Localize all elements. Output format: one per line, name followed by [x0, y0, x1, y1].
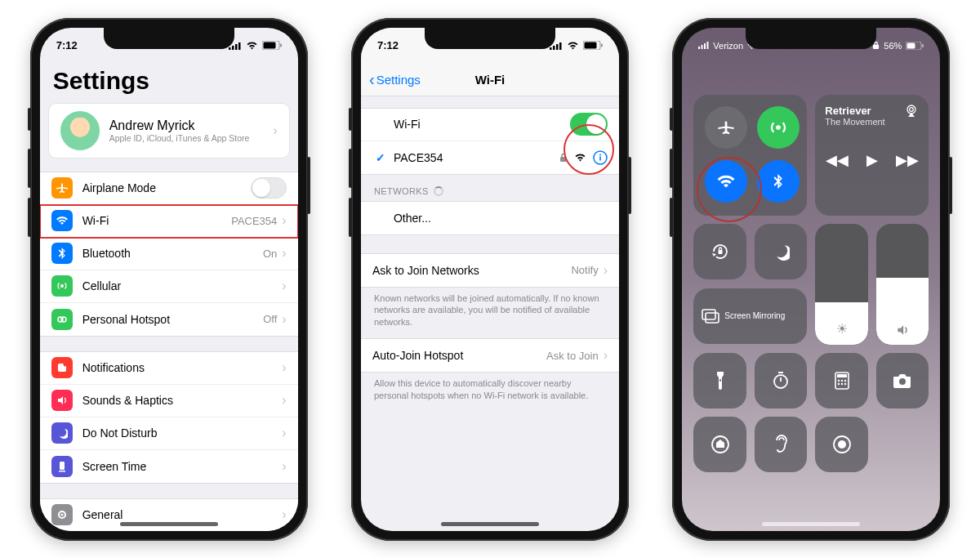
cellular-icon — [51, 275, 73, 297]
row-label: Other... — [394, 212, 608, 225]
row-label: Wi-Fi — [394, 118, 570, 131]
media-title: Retriever — [825, 105, 884, 117]
svg-rect-44 — [706, 313, 719, 323]
status-time: 7:12 — [377, 39, 399, 51]
chevron-icon: › — [282, 426, 286, 440]
chevron-icon: › — [282, 507, 286, 522]
row-value: On — [263, 248, 277, 260]
wifi-icon — [51, 210, 73, 231]
row-label: Bluetooth — [82, 247, 263, 260]
chevron-icon: › — [282, 393, 286, 408]
ask-join-footer: Known networks will be joined automatica… — [361, 288, 619, 339]
network-name: PACE354 — [394, 151, 559, 164]
loading-spinner — [434, 186, 443, 196]
screen-mirror-icon — [702, 309, 719, 324]
chevron-icon: › — [604, 348, 608, 363]
dnd-tile[interactable] — [755, 224, 808, 279]
brightness-slider[interactable]: ☀ — [815, 224, 868, 345]
svg-rect-37 — [907, 42, 915, 48]
row-value: Notify — [571, 264, 598, 276]
play-icon[interactable]: ▶ — [866, 151, 878, 169]
row-notifications[interactable]: Notifications › — [40, 352, 298, 385]
svg-point-9 — [61, 317, 66, 322]
home-icon — [710, 435, 730, 454]
bluetooth-toggle[interactable] — [757, 160, 800, 203]
chevron-icon: › — [282, 213, 286, 228]
timer-tile[interactable] — [755, 353, 808, 408]
battery-icon — [262, 41, 282, 50]
svg-rect-6 — [280, 44, 282, 47]
auto-join-hotspot-row[interactable]: Auto-Join Hotspot Ask to Join › — [361, 339, 619, 372]
next-track-icon[interactable]: ▶▶ — [896, 151, 919, 169]
home-tile[interactable] — [693, 417, 746, 472]
airplane-toggle[interactable] — [705, 106, 747, 149]
volume-slider[interactable] — [876, 224, 929, 345]
back-label: Settings — [376, 73, 421, 87]
row-sounds[interactable]: Sounds & Haptics › — [40, 385, 298, 417]
camera-tile[interactable] — [876, 353, 929, 408]
svg-rect-23 — [559, 42, 562, 50]
calculator-tile[interactable] — [815, 353, 868, 408]
row-label: General — [82, 508, 283, 521]
svg-rect-20 — [550, 47, 552, 50]
avatar — [60, 111, 100, 150]
row-general[interactable]: General › — [40, 499, 298, 531]
carrier-label: Verizon — [713, 41, 743, 51]
svg-rect-42 — [718, 250, 722, 254]
svg-point-15 — [60, 514, 63, 516]
other-network-row[interactable]: Other... — [361, 202, 619, 234]
svg-rect-38 — [922, 44, 924, 47]
phone-wifi-settings: 7:12 ‹Settings Wi-Fi Wi-Fi ✓ PACE354 — [351, 18, 629, 541]
airplane-toggle[interactable] — [251, 177, 287, 199]
row-wifi[interactable]: Wi-Fi PACE354 › — [40, 205, 298, 238]
back-button[interactable]: ‹Settings — [369, 70, 421, 89]
checkmark-icon: ✓ — [372, 151, 389, 164]
status-time: 7:12 — [56, 39, 78, 51]
svg-point-52 — [837, 382, 839, 384]
camera-icon — [893, 373, 912, 389]
screen-mirroring-tile[interactable]: Screen Mirroring — [693, 288, 807, 344]
chevron-icon: › — [282, 279, 286, 293]
battery-icon — [583, 41, 603, 50]
media-tile[interactable]: Retriever The Movement ◀◀ ▶ ▶▶ — [815, 95, 929, 216]
screen-record-tile[interactable] — [815, 417, 868, 472]
battery-icon — [906, 42, 924, 50]
svg-rect-25 — [584, 42, 596, 49]
row-label: Cellular — [82, 279, 283, 292]
svg-rect-48 — [837, 374, 847, 377]
cellular-toggle[interactable] — [757, 106, 800, 149]
nav-title: Wi-Fi — [475, 73, 506, 87]
moon-icon — [772, 243, 790, 261]
airplay-icon[interactable] — [904, 105, 919, 118]
svg-point-54 — [844, 382, 845, 384]
prev-track-icon[interactable]: ◀◀ — [826, 151, 849, 169]
chevron-icon: › — [282, 312, 286, 327]
row-cellular[interactable]: Cellular › — [40, 270, 298, 303]
row-bluetooth[interactable]: Bluetooth On › — [40, 238, 298, 270]
orientation-lock-tile[interactable] — [693, 224, 746, 279]
svg-point-50 — [840, 379, 842, 381]
row-dnd[interactable]: Do Not Disturb › — [40, 417, 298, 450]
flashlight-tile[interactable] — [693, 353, 746, 408]
page-title: Settings — [40, 64, 298, 103]
row-airplane[interactable]: Airplane Mode — [40, 172, 298, 205]
profile-name: Andrew Myrick — [109, 118, 274, 133]
sounds-icon — [51, 390, 73, 411]
lock-rotation-icon — [710, 242, 730, 261]
svg-point-49 — [837, 379, 839, 381]
phone-settings: 7:12 Settings Andrew Myrick Apple ID, iC… — [30, 18, 308, 541]
profile-row[interactable]: Andrew Myrick Apple ID, iCloud, iTunes &… — [49, 104, 289, 158]
ask-to-join-row[interactable]: Ask to Join Networks Notify › — [361, 254, 619, 287]
media-artist: The Movement — [825, 117, 884, 127]
hearing-tile[interactable] — [755, 417, 808, 472]
svg-rect-33 — [704, 43, 706, 49]
flashlight-icon — [715, 371, 726, 391]
svg-rect-34 — [707, 42, 709, 49]
row-screentime[interactable]: Screen Time › — [40, 450, 298, 483]
row-hotspot[interactable]: Personal Hotspot Off › — [40, 303, 298, 336]
svg-rect-21 — [553, 46, 555, 50]
chevron-icon: › — [282, 246, 286, 261]
row-label: Screen Time — [82, 460, 283, 473]
wifi-status-icon — [246, 41, 258, 50]
row-label: Airplane Mode — [82, 181, 251, 194]
